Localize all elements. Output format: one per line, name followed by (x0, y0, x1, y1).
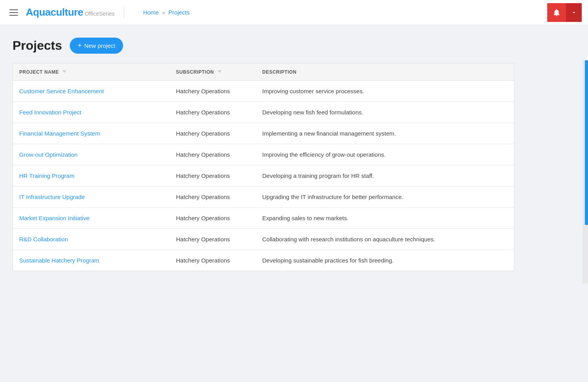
notification-button[interactable] (547, 3, 566, 22)
cell-project-name: Grow-out Optimization (13, 144, 170, 165)
cell-description: Upgrading the IT infrastructure for bett… (256, 186, 514, 208)
hamburger-line-2 (9, 12, 18, 13)
cell-subscription: Hatchery Operations (170, 81, 256, 102)
cell-project-name: Financial Management System (13, 123, 170, 144)
cell-description: Improving customer service processes. (256, 81, 514, 102)
cell-subscription: Hatchery Operations (170, 250, 256, 271)
page-title: Projects (13, 38, 62, 53)
cell-project-name: R&D Collaboration (13, 229, 170, 250)
cell-project-name: Sustainable Hatchery Program (13, 250, 170, 271)
cell-description: Developing new fish feed formulations. (256, 102, 514, 123)
cell-subscription: Hatchery Operations (170, 165, 256, 186)
cell-description: Developing sustainable practices for fis… (256, 250, 514, 271)
projects-table: PROJECT NAME SUBSCRIPTION (13, 63, 514, 271)
nav-separator: » (162, 9, 165, 16)
nav-home-link[interactable]: Home (143, 9, 159, 16)
hamburger-button[interactable] (6, 6, 21, 19)
col-subscription-label: SUBSCRIPTION (176, 69, 214, 75)
header: Aquaculture OfficeSeries Home » Projects (0, 0, 588, 25)
table-row: R&D CollaborationHatchery OperationsColl… (13, 229, 514, 250)
cell-subscription: Hatchery Operations (170, 229, 256, 250)
plus-icon: + (78, 42, 82, 50)
main-content: Projects + New project PROJECT NAME (0, 25, 588, 284)
new-project-button[interactable]: + New project (70, 38, 123, 54)
col-description-label: DESCRIPTION (262, 69, 297, 75)
user-dropdown-button[interactable] (566, 3, 582, 22)
table-row: Market Expansion InitiativeHatchery Oper… (13, 208, 514, 229)
project-name-link[interactable]: HR Training Program (19, 172, 74, 179)
hamburger-line-3 (9, 15, 18, 16)
col-project-name-label: PROJECT NAME (19, 69, 59, 75)
project-name-link[interactable]: IT Infrastructure Upgrade (19, 194, 85, 200)
cell-project-name: Feed Innovation Project (13, 102, 170, 123)
logo: Aquaculture OfficeSeries (26, 6, 124, 18)
project-name-link[interactable]: Market Expansion Initiative (19, 215, 89, 221)
projects-table-container: PROJECT NAME SUBSCRIPTION (13, 63, 514, 271)
table-row: Financial Management SystemHatchery Oper… (13, 123, 514, 144)
filter-subscription-icon[interactable] (217, 69, 222, 75)
cell-project-name: Customer Service Enhancement (13, 81, 170, 102)
project-name-link[interactable]: Feed Innovation Project (19, 109, 81, 116)
page-header: Projects + New project (13, 38, 575, 54)
bell-icon (552, 8, 561, 17)
header-actions (547, 3, 582, 22)
cell-subscription: Hatchery Operations (170, 144, 256, 165)
cell-description: Improving the efficiency of grow-out ope… (256, 144, 514, 165)
col-description: DESCRIPTION (256, 63, 514, 81)
scrollbar-thumb[interactable] (585, 60, 588, 225)
table-row: Customer Service EnhancementHatchery Ope… (13, 81, 514, 102)
table-row: Grow-out OptimizationHatchery Operations… (13, 144, 514, 165)
table-header-row: PROJECT NAME SUBSCRIPTION (13, 63, 514, 81)
project-name-link[interactable]: Sustainable Hatchery Program (19, 257, 99, 264)
table-row: HR Training ProgramHatchery OperationsDe… (13, 165, 514, 186)
hamburger-line-1 (9, 9, 18, 10)
cell-subscription: Hatchery Operations (170, 102, 256, 123)
col-subscription: SUBSCRIPTION (170, 63, 256, 81)
scrollbar-track[interactable] (583, 60, 588, 284)
cell-subscription: Hatchery Operations (170, 186, 256, 208)
cell-description: Developing a training program for HR sta… (256, 165, 514, 186)
cell-description: Implementing a new financial management … (256, 123, 514, 144)
breadcrumb: Home » Projects (143, 9, 190, 16)
table-body: Customer Service EnhancementHatchery Ope… (13, 81, 514, 271)
cell-description: Collaborating with research institutions… (256, 229, 514, 250)
cell-description: Expanding sales to new markets. (256, 208, 514, 229)
new-project-label: New project (84, 42, 115, 49)
project-name-link[interactable]: Customer Service Enhancement (19, 88, 104, 94)
col-project-name: PROJECT NAME (13, 63, 170, 81)
table-header: PROJECT NAME SUBSCRIPTION (13, 63, 514, 81)
nav-current-page: Projects (169, 9, 190, 16)
table-row: Feed Innovation ProjectHatchery Operatio… (13, 102, 514, 123)
cell-subscription: Hatchery Operations (170, 123, 256, 144)
project-name-link[interactable]: Financial Management System (19, 130, 100, 137)
filter-project-name-icon[interactable] (62, 69, 67, 75)
cell-subscription: Hatchery Operations (170, 208, 256, 229)
cell-project-name: IT Infrastructure Upgrade (13, 186, 170, 208)
logo-main: Aquaculture (26, 6, 83, 18)
cell-project-name: HR Training Program (13, 165, 170, 186)
table-row: Sustainable Hatchery ProgramHatchery Ope… (13, 250, 514, 271)
table-row: IT Infrastructure UpgradeHatchery Operat… (13, 186, 514, 208)
project-name-link[interactable]: Grow-out Optimization (19, 151, 78, 158)
cell-project-name: Market Expansion Initiative (13, 208, 170, 229)
chevron-down-icon (571, 9, 577, 16)
project-name-link[interactable]: R&D Collaboration (19, 236, 68, 243)
logo-sub: OfficeSeries (85, 11, 114, 17)
